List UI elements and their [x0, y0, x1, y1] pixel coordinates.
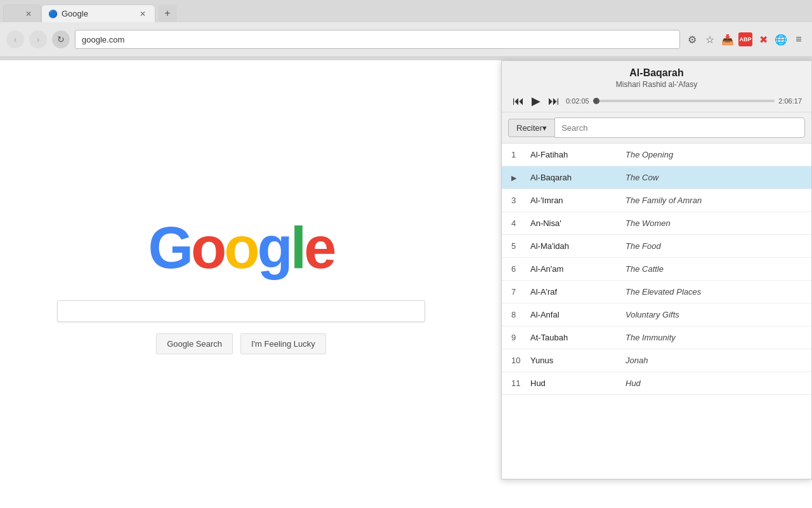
- globe-icon[interactable]: 🌐: [774, 32, 788, 46]
- reciter-dropdown-button[interactable]: Reciter▾: [508, 119, 554, 137]
- tab-google[interactable]: 🔵 Google ✕: [41, 4, 155, 22]
- toolbar-icons: ⚙ ☆ 📥 ABP ✖ 🌐 ≡: [685, 32, 806, 46]
- play-button[interactable]: ▶: [530, 94, 542, 108]
- surah-name: Al-Anfal: [530, 310, 625, 319]
- surah-name: Al-Ma'idah: [530, 241, 625, 251]
- prev-button[interactable]: ⏮: [511, 95, 525, 108]
- time-total: 2:06:17: [778, 97, 802, 105]
- adblock-plus-icon[interactable]: ABP: [738, 32, 752, 46]
- surah-translation: The Women: [625, 218, 671, 228]
- player-reciter: Mishari Rashid al-'Afasy: [511, 80, 802, 89]
- surah-item[interactable]: 7Al-A'rafThe Elevated Places: [502, 281, 811, 304]
- player-surah-name: Al-Baqarah: [629, 67, 683, 79]
- surah-number: 7: [511, 287, 530, 297]
- surah-name: Al-An'am: [530, 264, 625, 274]
- surah-translation: Jonah: [625, 356, 648, 365]
- surah-item[interactable]: ▶Al-BaqarahThe Cow: [502, 166, 811, 189]
- surah-translation: The Elevated Places: [625, 287, 701, 297]
- surah-name: Hud: [530, 378, 625, 388]
- google-search-button[interactable]: Google Search: [156, 333, 233, 354]
- tab-bar: ✕ 🔵 Google ✕ +: [0, 0, 812, 22]
- playing-icon: ▶: [511, 174, 516, 182]
- tab-label: Google: [62, 9, 88, 18]
- surah-translation: Hud: [625, 378, 641, 388]
- feeling-lucky-button[interactable]: I'm Feeling Lucky: [240, 333, 326, 354]
- surah-number: 8: [511, 310, 530, 319]
- surah-name: At-Taubah: [530, 333, 625, 342]
- surah-list: 1Al-FatihahThe Opening▶Al-BaqarahThe Cow…: [502, 144, 811, 479]
- surah-name: Al-A'raf: [530, 287, 625, 297]
- logo-l: l: [291, 215, 304, 280]
- player-controls: ⏮ ▶ ⏭ 0:02:05 2:06:17: [511, 94, 802, 108]
- surah-item[interactable]: 8Al-AnfalVoluntary Gifts: [502, 304, 811, 326]
- back-button[interactable]: ‹: [6, 30, 24, 48]
- search-reciter-row: Reciter▾: [502, 112, 811, 144]
- surah-search-input[interactable]: [554, 117, 805, 138]
- progress-thumb: [593, 98, 599, 104]
- tab-favicon: 🔵: [48, 10, 58, 18]
- surah-number: 10: [511, 356, 530, 365]
- surah-item[interactable]: 6Al-An'amThe Cattle: [502, 258, 811, 281]
- navigation-bar: ‹ › ↻ ⚙ ☆ 📥 ABP ✖ 🌐 ≡: [0, 22, 812, 57]
- player-header: Al-Baqarah Mishari Rashid al-'Afasy ⏮ ▶ …: [502, 61, 811, 112]
- surah-item[interactable]: 9At-TaubahThe Immunity: [502, 326, 811, 349]
- surah-name: Al-Fatihah: [530, 150, 625, 159]
- surah-item[interactable]: 11HudHud: [502, 372, 811, 395]
- quran-panel: Al-Baqarah Mishari Rashid al-'Afasy ⏮ ▶ …: [501, 60, 812, 479]
- new-tab-icon: +: [164, 8, 170, 19]
- surah-number: 11: [511, 378, 530, 388]
- search-tools-icon[interactable]: ⚙: [685, 32, 699, 46]
- player-title-row: Al-Baqarah: [511, 67, 802, 79]
- surah-number: ▶: [511, 173, 530, 182]
- bookmark-star-icon[interactable]: ☆: [703, 32, 717, 46]
- address-bar[interactable]: [75, 30, 680, 49]
- surah-item[interactable]: 1Al-FatihahThe Opening: [502, 144, 811, 166]
- menu-icon[interactable]: ≡: [792, 32, 806, 46]
- surah-name: An-Nisa': [530, 218, 625, 228]
- surah-number: 9: [511, 333, 530, 342]
- surah-item[interactable]: 3Al-'ImranThe Family of Amran: [502, 189, 811, 212]
- logo-o1: o: [191, 215, 224, 280]
- surah-number: 5: [511, 241, 530, 251]
- surah-item[interactable]: 10YunusJonah: [502, 349, 811, 372]
- surah-name: Yunus: [530, 356, 625, 365]
- new-tab-button[interactable]: +: [158, 4, 177, 22]
- surah-translation: The Food: [625, 241, 661, 251]
- surah-item[interactable]: 5Al-Ma'idahThe Food: [502, 235, 811, 258]
- surah-number: 3: [511, 196, 530, 205]
- pocket-icon[interactable]: 📥: [721, 32, 735, 46]
- logo-o2: o: [224, 215, 257, 280]
- refresh-button[interactable]: ↻: [52, 30, 70, 48]
- surah-name: Al-Baqarah: [530, 173, 625, 182]
- google-logo: Google: [148, 215, 334, 281]
- google-buttons: Google Search I'm Feeling Lucky: [156, 333, 325, 354]
- logo-g: G: [148, 215, 192, 280]
- tab-inactive[interactable]: ✕: [3, 4, 41, 22]
- extension-icon[interactable]: ✖: [756, 32, 770, 46]
- surah-translation: The Cow: [625, 173, 658, 182]
- browser-chrome: ✕ 🔵 Google ✕ + ‹ › ↻ ⚙ ☆ 📥 ABP ✖ 🌐 ≡: [0, 0, 812, 60]
- google-search-input[interactable]: [57, 300, 425, 322]
- surah-translation: The Immunity: [625, 333, 676, 342]
- surah-translation: Voluntary Gifts: [625, 310, 679, 319]
- tab-close-inactive[interactable]: ✕: [23, 8, 34, 20]
- logo-e: e: [304, 215, 334, 280]
- progress-track[interactable]: [593, 100, 775, 102]
- surah-translation: The Family of Amran: [625, 196, 702, 205]
- logo-g2: g: [258, 215, 291, 280]
- surah-number: 1: [511, 150, 530, 159]
- surah-translation: The Cattle: [625, 264, 664, 274]
- progress-container: 0:02:05 2:06:17: [566, 97, 802, 105]
- forward-button[interactable]: ›: [29, 30, 47, 48]
- next-button[interactable]: ⏭: [547, 95, 561, 108]
- surah-name: Al-'Imran: [530, 196, 625, 205]
- surah-item[interactable]: 4An-Nisa'The Women: [502, 212, 811, 235]
- surah-number: 6: [511, 264, 530, 274]
- google-page: Google Google Search I'm Feeling Lucky: [0, 60, 482, 508]
- surah-translation: The Opening: [625, 150, 673, 159]
- surah-number: 4: [511, 218, 530, 228]
- time-current: 0:02:05: [566, 97, 589, 105]
- tab-close-google[interactable]: ✕: [137, 8, 148, 20]
